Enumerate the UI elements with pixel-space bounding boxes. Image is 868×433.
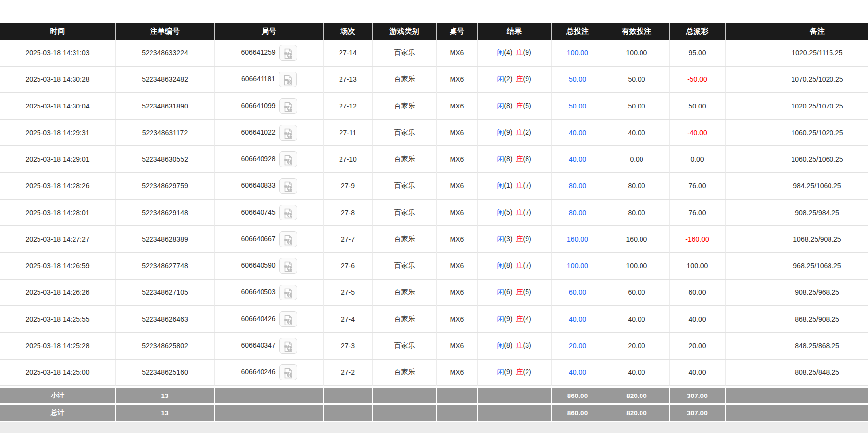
result-player-label: 闲 [497,288,504,296]
subtotal-result [477,386,551,403]
cell-table-no: MX6 [436,253,477,280]
cell-bet-id: 522348626463 [115,306,214,333]
video-replay-icon [283,288,294,299]
grand-total-game-type [372,403,436,421]
video-replay-button[interactable] [279,72,297,87]
table-row: 2025-03-18 14:26:26 522348627105 6066405… [0,280,868,306]
result-banker-score: (7) [523,208,531,216]
result-player-score: (3) [504,235,512,243]
table-row: 2025-03-18 14:31:03 522348633224 6066412… [0,40,868,67]
result-player-score: (8) [504,261,512,269]
table-row: 2025-03-18 14:25:00 522348625160 6066402… [0,360,868,386]
cell-total-bet: 60.00 [551,280,604,306]
cell-valid-bet: 160.00 [604,226,669,253]
cell-total-bet: 80.00 [551,200,604,226]
header-row: 时间 注单编号 局号 场次 游戏类别 桌号 结果 总投注 有效投注 总派彩 备注 [0,23,868,40]
grand-total-remark [725,403,868,421]
table-row: 2025-03-18 14:29:31 522348631172 6066410… [0,120,868,146]
result-player-score: (8) [504,341,512,349]
cell-table-no: MX6 [436,280,477,306]
round-id-text: 606640833 [241,181,275,189]
video-replay-icon [283,315,294,325]
round-id-text: 606641181 [241,75,275,83]
round-id-text: 606640590 [241,261,275,269]
video-replay-icon [283,368,294,379]
cell-remark: 1020.25/1070.25 [725,93,868,120]
result-banker-label: 庄 [516,261,523,269]
cell-round-id: 606640667 [214,226,323,253]
cell-time: 2025-03-18 14:29:31 [0,120,115,146]
cell-payout: 40.00 [669,360,725,386]
col-header-time: 时间 [0,23,115,40]
col-header-valid-bet: 有效投注 [604,23,669,40]
grand-total-label: 总计 [0,403,115,421]
subtotal-valid-bet: 820.00 [604,386,669,403]
cell-result: 闲(5)庄(7) [477,200,551,226]
cell-game-type: 百家乐 [372,333,436,360]
result-player-score: (9) [504,128,512,136]
cell-bet-id: 522348627748 [115,253,214,280]
records-table-viewport: 时间 注单编号 局号 场次 游戏类别 桌号 结果 总投注 有效投注 总派彩 备注… [0,23,868,421]
cell-payout: 0.00 [669,146,725,173]
result-banker-score: (7) [523,261,531,269]
table-row: 2025-03-18 14:25:28 522348625802 6066403… [0,333,868,360]
cell-bet-id: 522348633224 [115,40,214,67]
cell-table-no: MX6 [436,333,477,360]
grand-total-result [477,403,551,421]
cell-remark: 908.25/984.25 [725,200,868,226]
video-replay-icon [283,102,294,112]
bet-records-table: 时间 注单编号 局号 场次 游戏类别 桌号 结果 总投注 有效投注 总派彩 备注… [0,23,868,421]
video-replay-button[interactable] [279,125,297,141]
cell-remark: 1068.25/908.25 [725,226,868,253]
result-player-score: (8) [504,155,512,163]
video-replay-button[interactable] [279,285,297,300]
cell-table-no: MX6 [436,173,477,200]
video-replay-button[interactable] [279,338,297,354]
cell-total-bet: 50.00 [551,67,604,93]
cell-total-bet: 80.00 [551,173,604,200]
cell-session: 27-6 [323,253,372,280]
cell-total-bet: 100.00 [551,253,604,280]
cell-result: 闲(3)庄(9) [477,226,551,253]
cell-bet-id: 522348631890 [115,93,214,120]
video-replay-button[interactable] [279,258,297,274]
video-replay-icon [283,261,294,272]
video-replay-button[interactable] [279,151,297,167]
cell-game-type: 百家乐 [372,146,436,173]
cell-bet-id: 522348625802 [115,333,214,360]
cell-round-id: 606640503 [214,280,323,306]
table-row: 2025-03-18 14:27:27 522348628389 6066406… [0,226,868,253]
video-replay-button[interactable] [279,98,297,114]
result-banker-label: 庄 [516,208,523,216]
cell-round-id: 606640246 [214,360,323,386]
result-banker-score: (4) [523,315,531,323]
result-banker-score: (8) [523,155,531,163]
table-row: 2025-03-18 14:30:04 522348631890 6066410… [0,93,868,120]
result-player-score: (6) [504,288,512,296]
video-replay-button[interactable] [279,231,297,247]
video-replay-icon [283,155,294,166]
cell-table-no: MX6 [436,40,477,67]
cell-total-bet: 40.00 [551,306,604,333]
cell-remark: 908.25/968.25 [725,280,868,306]
video-replay-button[interactable] [279,45,297,61]
video-replay-button[interactable] [279,178,297,194]
cell-payout: 76.00 [669,200,725,226]
cell-total-bet: 40.00 [551,120,604,146]
video-replay-button[interactable] [279,364,297,380]
result-player-label: 闲 [497,208,504,216]
video-replay-button[interactable] [279,311,297,327]
cell-game-type: 百家乐 [372,173,436,200]
cell-round-id: 606641259 [214,40,323,67]
result-banker-label: 庄 [516,102,523,109]
cell-game-type: 百家乐 [372,253,436,280]
result-player-score: (9) [504,368,512,376]
table-row: 2025-03-18 14:30:28 522348632482 6066411… [0,67,868,93]
cell-valid-bet: 0.00 [604,146,669,173]
cell-round-id: 606640426 [214,306,323,333]
cell-total-bet: 100.00 [551,40,604,67]
round-id-text: 606641022 [241,128,275,136]
round-id-text: 606640667 [241,235,275,243]
cell-result: 闲(9)庄(2) [477,360,551,386]
video-replay-button[interactable] [279,205,297,220]
